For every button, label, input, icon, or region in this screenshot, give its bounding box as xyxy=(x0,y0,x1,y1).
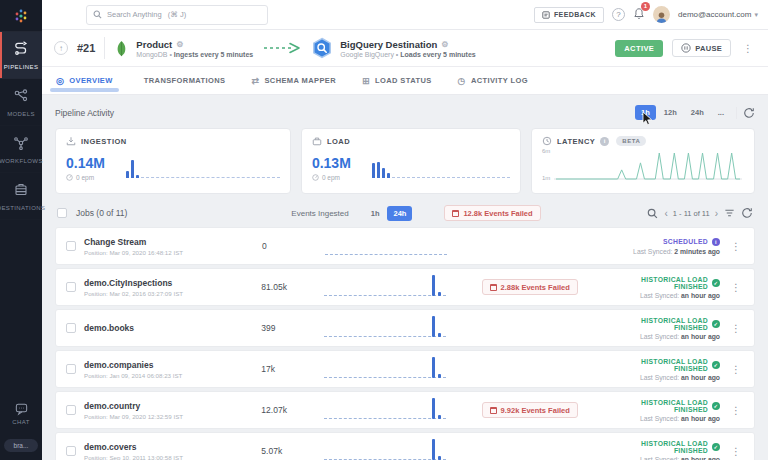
row-checkbox[interactable] xyxy=(66,364,76,374)
row-more-menu-icon[interactable]: ⋮ xyxy=(728,282,744,293)
activity-log-icon: ◷ xyxy=(458,76,466,86)
table-row[interactable]: demo.CityInspections Position: Mar 02, 2… xyxy=(55,268,755,306)
table-row[interactable]: demo.books 399 HISTORICAL LOAD FINISHED … xyxy=(55,309,755,347)
source-type: MongoDB xyxy=(136,51,167,58)
jobs-range-group: 1h24h xyxy=(365,206,413,221)
row-more-menu-icon[interactable]: ⋮ xyxy=(728,241,744,252)
jobs-list: Change Stream Position: Mar 09, 2020 16:… xyxy=(55,227,755,460)
tab-bar: ◎OVERVIEWTRANSFORMATIONS⇄SCHEMA MAPPER⊞L… xyxy=(42,67,768,95)
sidebar: PIPELINESMODELSWORKFLOWSDESTINATIONS CHA… xyxy=(0,0,42,460)
total-events-failed-badge[interactable]: 12.8k Events Failed xyxy=(444,205,540,221)
hevo-logo-icon[interactable] xyxy=(0,0,42,32)
global-search[interactable] xyxy=(86,5,268,25)
jobs-refresh-icon[interactable] xyxy=(741,207,753,219)
account-menu[interactable]: demo@account.com ▾ xyxy=(678,10,758,19)
feedback-button[interactable]: FEEDBACK xyxy=(534,7,604,23)
sidebar-item-label: PIPELINES xyxy=(4,64,39,70)
job-name: Change Stream xyxy=(84,237,254,247)
destination-settings-gear-icon[interactable]: ⚙ xyxy=(441,40,448,49)
beta-badge: BETA xyxy=(616,136,646,146)
activity-range-more[interactable]: ... xyxy=(712,105,730,120)
activity-range-12h[interactable]: 12h xyxy=(658,105,683,120)
job-events-count: 399 xyxy=(261,323,316,333)
latency-ymax-label: 6m xyxy=(542,148,550,154)
row-more-menu-icon[interactable]: ⋮ xyxy=(728,405,744,416)
destination-frequency: Loads every 5 minutes xyxy=(400,51,475,58)
ingestion-rate: 0 epm xyxy=(76,174,94,181)
avatar[interactable] xyxy=(653,6,670,23)
row-more-menu-icon[interactable]: ⋮ xyxy=(728,446,744,457)
next-page-icon[interactable]: › xyxy=(715,208,718,219)
tab-transformations[interactable]: TRANSFORMATIONS xyxy=(139,67,226,94)
row-more-menu-icon[interactable]: ⋮ xyxy=(728,323,744,334)
job-events-sparkline xyxy=(324,356,473,382)
jobs-range-1h[interactable]: 1h xyxy=(365,206,386,221)
row-checkbox[interactable] xyxy=(66,323,76,333)
search-input[interactable] xyxy=(107,10,261,19)
search-icon xyxy=(93,10,102,19)
sidebar-item-label: MODELS xyxy=(7,111,35,117)
divider xyxy=(736,107,737,119)
events-failed-badge[interactable]: 2.88k Events Failed xyxy=(482,279,578,295)
activity-range-1h[interactable]: 1h xyxy=(635,105,656,120)
job-status-icon: ✓ xyxy=(712,320,720,328)
job-last-synced: Last Synced: an hour ago xyxy=(605,374,720,381)
destinations-icon xyxy=(13,182,29,202)
table-row[interactable]: Change Stream Position: Mar 09, 2020 16:… xyxy=(55,227,755,265)
sidebar-item-workflows[interactable]: WORKFLOWS xyxy=(0,126,42,173)
speed-icon xyxy=(312,174,319,181)
job-events-count: 17k xyxy=(261,364,316,374)
tab-load-status[interactable]: ⊞LOAD STATUS xyxy=(362,67,432,94)
time-range-group: 1h12h24h... xyxy=(635,105,730,120)
table-row[interactable]: demo.country Position: Mar 09, 2020 12:3… xyxy=(55,391,755,429)
sidebar-item-destinations[interactable]: DESTINATIONS xyxy=(0,173,42,220)
source-settings-gear-icon[interactable]: ⚙ xyxy=(176,40,183,49)
tab-activity-log[interactable]: ◷ACTIVITY LOG xyxy=(458,67,528,94)
sidebar-item-models[interactable]: MODELS xyxy=(0,79,42,126)
table-row[interactable]: demo.covers Position: Sep 10, 2011 13:00… xyxy=(55,432,755,460)
help-icon[interactable]: ? xyxy=(612,8,625,21)
total-events-failed-label: 12.8k Events Failed xyxy=(463,209,532,218)
pause-button[interactable]: PAUSE xyxy=(672,39,731,57)
destination-name: BigQuery Destination xyxy=(340,39,437,50)
job-position: Position: Sep 10, 2011 13:00:58 IST xyxy=(84,454,253,460)
tab-schema-mapper[interactable]: ⇄SCHEMA MAPPER xyxy=(251,67,336,94)
destination-node[interactable]: BigQuery Destination ⚙ Google BigQuery •… xyxy=(311,37,476,59)
workflows-icon xyxy=(13,135,29,155)
ingestion-value: 0.14M xyxy=(66,155,114,171)
pause-icon xyxy=(681,43,691,53)
events-failed-badge[interactable]: 9.92k Events Failed xyxy=(482,402,578,418)
tab-overview[interactable]: ◎OVERVIEW xyxy=(56,67,113,94)
prev-page-icon[interactable]: ‹ xyxy=(664,208,667,219)
activity-range-24h[interactable]: 24h xyxy=(685,105,710,120)
job-status-icon: i xyxy=(712,238,720,246)
jobs-range-24h[interactable]: 24h xyxy=(387,206,412,221)
job-status-icon: ✓ xyxy=(712,361,720,369)
row-checkbox[interactable] xyxy=(66,446,76,456)
jobs-select-all-checkbox[interactable] xyxy=(57,208,67,218)
chat-label: CHAT xyxy=(12,419,30,425)
row-checkbox[interactable] xyxy=(66,241,76,251)
activity-title: Pipeline Activity xyxy=(55,108,114,118)
pipeline-more-menu-icon[interactable]: ⋮ xyxy=(740,43,756,54)
source-node[interactable]: Product ⚙ MongoDB • Ingests every 5 minu… xyxy=(114,39,253,58)
activity-header: Pipeline Activity 1h12h24h... xyxy=(55,105,755,120)
row-more-menu-icon[interactable]: ⋮ xyxy=(728,364,744,375)
jobs-search-icon[interactable] xyxy=(647,208,658,219)
job-events-count: 5.07k xyxy=(261,446,316,456)
tab-label: TRANSFORMATIONS xyxy=(144,76,226,85)
load-rate: 0 epm xyxy=(322,174,340,181)
events-failed-label: 2.88k Events Failed xyxy=(501,283,570,292)
refresh-icon[interactable] xyxy=(743,107,755,119)
filter-icon[interactable] xyxy=(724,208,735,218)
latency-info-icon[interactable]: i xyxy=(600,137,609,146)
sidebar-item-chat[interactable]: CHAT xyxy=(0,392,42,433)
notifications-button[interactable]: 1 xyxy=(633,6,645,24)
sidebar-item-pipelines[interactable]: PIPELINES xyxy=(0,32,42,79)
job-name: demo.books xyxy=(84,323,253,333)
table-row[interactable]: demo.companies Position: Jan 09, 2014 06… xyxy=(55,350,755,388)
row-checkbox[interactable] xyxy=(66,405,76,415)
row-checkbox[interactable] xyxy=(66,282,76,292)
collapse-up-icon[interactable]: ↑ xyxy=(54,41,68,55)
sidebar-bottom-pill[interactable]: bra... xyxy=(4,439,38,452)
